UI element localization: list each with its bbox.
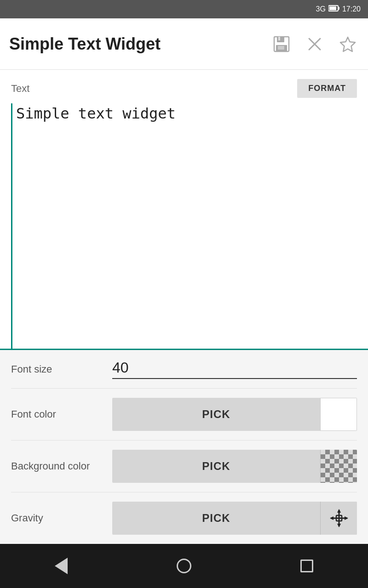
close-button[interactable]: [304, 33, 326, 55]
font-size-row: Font size: [11, 350, 357, 389]
status-bar: 3G 17:20: [0, 0, 368, 18]
svg-marker-15: [330, 516, 334, 520]
background-color-swatch: [320, 450, 357, 483]
background-color-value: PICK: [112, 450, 357, 483]
navigation-bar: [0, 544, 368, 588]
app-bar-title: Simple Text Widget: [9, 34, 270, 54]
recents-button[interactable]: [288, 548, 325, 584]
font-color-pick-button[interactable]: PICK: [112, 398, 357, 431]
format-button[interactable]: FORMAT: [297, 79, 357, 98]
back-icon: [55, 558, 68, 574]
app-bar: Simple Text Widget: [0, 18, 368, 70]
svg-rect-7: [278, 46, 284, 50]
font-color-label: Font color: [11, 408, 112, 420]
recents-icon: [300, 560, 313, 572]
text-field-label: Text: [11, 83, 29, 95]
svg-marker-10: [340, 37, 355, 51]
background-color-pick-label: PICK: [112, 460, 320, 473]
svg-marker-16: [345, 516, 348, 520]
status-icons: 3G 17:20: [316, 5, 361, 14]
svg-rect-5: [278, 37, 280, 40]
main-content: Text FORMAT Simple text widget Font size…: [0, 70, 368, 544]
font-color-row: Font color PICK: [11, 389, 357, 441]
svg-rect-1: [338, 7, 339, 10]
gravity-label: Gravity: [11, 512, 112, 524]
svg-rect-2: [329, 6, 336, 10]
font-color-swatch: [320, 398, 357, 431]
battery-icon: [328, 5, 339, 14]
text-input[interactable]: Simple text widget: [11, 103, 357, 349]
font-color-pick-label: PICK: [112, 408, 320, 421]
font-size-value: [112, 359, 357, 379]
svg-rect-4: [277, 37, 284, 42]
favorite-button[interactable]: [337, 33, 359, 55]
gravity-pick-button[interactable]: PICK: [112, 502, 357, 535]
home-icon: [177, 559, 191, 573]
text-section-header: Text FORMAT: [11, 79, 357, 98]
font-size-input[interactable]: [112, 359, 357, 379]
svg-marker-14: [337, 524, 341, 527]
gravity-value: PICK: [112, 502, 357, 535]
font-color-value: PICK: [112, 398, 357, 431]
time-display: 17:20: [342, 5, 361, 13]
back-button[interactable]: [43, 548, 80, 584]
app-bar-actions: [270, 33, 359, 55]
signal-indicator: 3G: [316, 5, 326, 13]
form-section: Font size Font color PICK Background col…: [0, 350, 368, 544]
gravity-swatch: [320, 502, 357, 535]
svg-marker-13: [337, 509, 341, 513]
gravity-pick-label: PICK: [112, 512, 320, 525]
save-button[interactable]: [270, 33, 293, 55]
background-color-label: Background color: [11, 460, 112, 472]
background-color-row: Background color PICK: [11, 441, 357, 492]
text-section: Text FORMAT Simple text widget: [0, 70, 368, 349]
background-color-pick-button[interactable]: PICK: [112, 450, 357, 483]
gravity-row: Gravity PICK: [11, 492, 357, 544]
home-button[interactable]: [166, 548, 202, 584]
font-size-label: Font size: [11, 363, 112, 375]
